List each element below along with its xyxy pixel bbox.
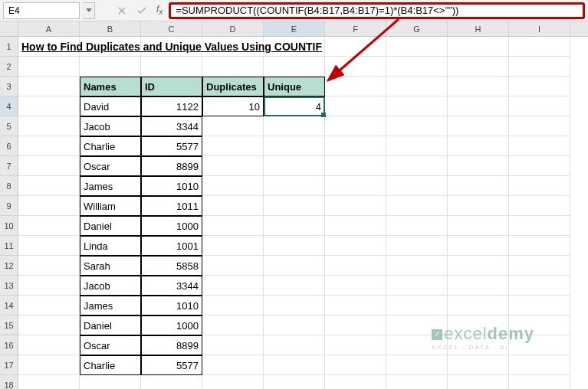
cell-I12[interactable] (509, 256, 570, 276)
row-head-2[interactable]: 2 (0, 57, 18, 77)
cell-C15[interactable]: 1000 (141, 315, 202, 335)
row-head-17[interactable]: 17 (0, 355, 18, 375)
cell-D15[interactable] (202, 315, 264, 335)
cell-A16[interactable] (18, 335, 80, 355)
cell-B5[interactable]: Jacob (80, 116, 141, 136)
cell-C10[interactable]: 1000 (141, 216, 202, 236)
col-head-C[interactable]: C (141, 21, 202, 36)
cell-F14[interactable] (325, 296, 386, 315)
row-head-5[interactable]: 5 (0, 116, 18, 136)
grid-body[interactable]: How to Find Duplicates and Unique Values… (18, 37, 588, 389)
cell-G2[interactable] (386, 57, 448, 77)
col-head-G[interactable]: G (386, 21, 448, 36)
cell-G8[interactable] (386, 176, 448, 196)
cell-G14[interactable] (386, 296, 448, 315)
cell-I15[interactable] (509, 315, 570, 335)
cell-D12[interactable] (202, 256, 264, 276)
cell-I4[interactable] (509, 96, 570, 116)
cell-H12[interactable] (448, 256, 509, 276)
cell-B8[interactable]: James (80, 176, 141, 196)
row-head-9[interactable]: 9 (0, 196, 18, 216)
cell-E8[interactable] (264, 176, 325, 196)
cell-C5[interactable]: 3344 (141, 116, 202, 136)
cell-G6[interactable] (386, 136, 448, 156)
row-head-7[interactable]: 7 (0, 156, 18, 176)
cell-A11[interactable] (18, 236, 80, 256)
cell-F2[interactable] (325, 57, 386, 77)
cell-D2[interactable] (202, 57, 264, 77)
cell-F4[interactable] (325, 96, 386, 116)
cell-F12[interactable] (325, 256, 386, 276)
cell-E10[interactable] (264, 216, 325, 236)
cell-E12[interactable] (264, 256, 325, 276)
cell-A3[interactable] (18, 77, 80, 96)
row-head-3[interactable]: 3 (0, 77, 18, 96)
cell-H16[interactable] (448, 335, 509, 355)
cell-E6[interactable] (264, 136, 325, 156)
cell-G13[interactable] (386, 276, 448, 296)
cell-H14[interactable] (448, 296, 509, 315)
cell-B4[interactable]: David (80, 96, 141, 116)
cell-C3[interactable]: ID (141, 77, 202, 96)
cell-A13[interactable] (18, 276, 80, 296)
cell-C11[interactable]: 1001 (141, 236, 202, 256)
cell-E11[interactable] (264, 236, 325, 256)
cell-C9[interactable]: 1011 (141, 196, 202, 216)
cell-A5[interactable] (18, 116, 80, 136)
cell-I17[interactable] (509, 355, 570, 375)
cell-G12[interactable] (386, 256, 448, 276)
formula-bar[interactable]: =SUMPRODUCT((COUNTIF(B4:B17,B4:B17)=1)*(… (169, 2, 585, 19)
cell-F17[interactable] (325, 355, 386, 375)
cell-B16[interactable]: Oscar (80, 335, 141, 355)
cell-F3[interactable] (325, 77, 386, 96)
cell-B14[interactable]: James (80, 296, 141, 315)
cell-G7[interactable] (386, 156, 448, 176)
cell-E17[interactable] (264, 355, 325, 375)
cell-C8[interactable]: 1010 (141, 176, 202, 196)
cell-I2[interactable] (509, 57, 570, 77)
cell-F10[interactable] (325, 216, 386, 236)
row-head-8[interactable]: 8 (0, 176, 18, 196)
cell-D17[interactable] (202, 355, 264, 375)
cell-H10[interactable] (448, 216, 509, 236)
cell-C6[interactable]: 5577 (141, 136, 202, 156)
row-head-15[interactable]: 15 (0, 315, 18, 335)
cell-G3[interactable] (386, 77, 448, 96)
row-head-13[interactable]: 13 (0, 276, 18, 296)
cell-F1[interactable] (325, 37, 386, 57)
row-head-10[interactable]: 10 (0, 216, 18, 236)
cell-H9[interactable] (448, 196, 509, 216)
cell-I5[interactable] (509, 116, 570, 136)
name-box-dropdown[interactable] (83, 2, 95, 19)
cell-E3[interactable]: Unique (264, 77, 325, 96)
cell-F16[interactable] (325, 335, 386, 355)
cell-G1[interactable] (386, 37, 448, 57)
cell-I1[interactable] (509, 37, 570, 57)
cell-G10[interactable] (386, 216, 448, 236)
cell-E5[interactable] (264, 116, 325, 136)
cell-H6[interactable] (448, 136, 509, 156)
cell-I10[interactable] (509, 216, 570, 236)
col-head-E[interactable]: E (264, 21, 325, 36)
row-head-14[interactable]: 14 (0, 296, 18, 315)
cell-B2[interactable] (80, 57, 141, 77)
cell-F9[interactable] (325, 196, 386, 216)
cell-G4[interactable] (386, 96, 448, 116)
cell-D18[interactable] (202, 375, 264, 389)
cell-E7[interactable] (264, 156, 325, 176)
cell-H8[interactable] (448, 176, 509, 196)
cell-D5[interactable] (202, 116, 264, 136)
cell-B10[interactable]: Daniel (80, 216, 141, 236)
col-head-I[interactable]: I (509, 21, 570, 36)
cell-I6[interactable] (509, 136, 570, 156)
cell-C18[interactable] (141, 375, 202, 389)
cell-H11[interactable] (448, 236, 509, 256)
col-head-F[interactable]: F (325, 21, 386, 36)
cell-F18[interactable] (325, 375, 386, 389)
cell-G17[interactable] (386, 355, 448, 375)
cell-C4[interactable]: 1122 (141, 96, 202, 116)
cell-E16[interactable] (264, 335, 325, 355)
cell-C14[interactable]: 1010 (141, 296, 202, 315)
row-head-18[interactable]: 18 (0, 375, 18, 389)
cell-H13[interactable] (448, 276, 509, 296)
